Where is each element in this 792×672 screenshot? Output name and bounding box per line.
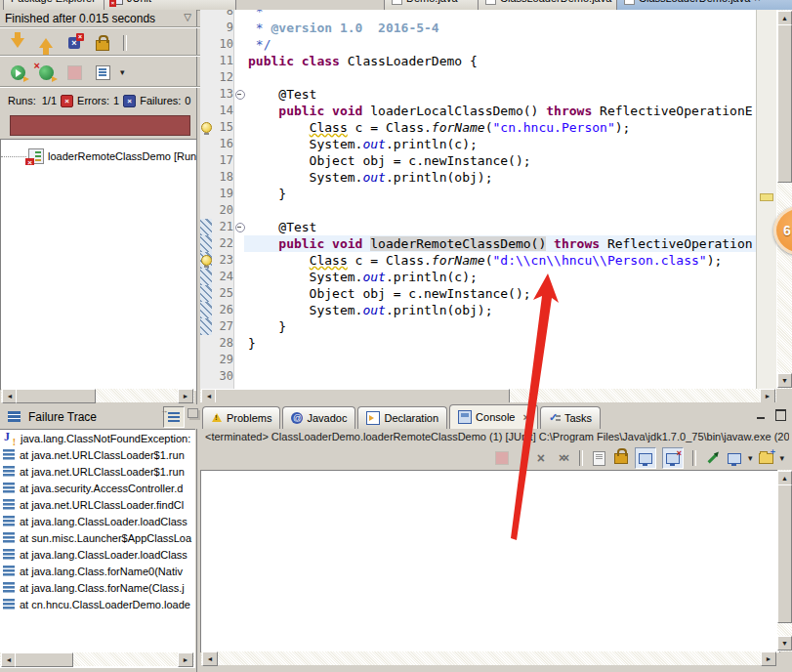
failure-trace-item[interactable]: at java.lang.ClassLoader.loadClass: [0, 513, 195, 529]
code-line[interactable]: 11public class ClassLoaderDemo {: [200, 53, 757, 69]
failure-trace-item[interactable]: at java.net.URLClassLoader$1.run: [0, 463, 195, 480]
stop-test-run-button[interactable]: [63, 62, 85, 83]
remove-launch-button[interactable]: ×: [533, 450, 549, 466]
failure-trace-item[interactable]: at java.net.URLClassLoader$1.run: [0, 446, 195, 463]
fold-collapse-icon[interactable]: [235, 90, 245, 100]
code-line[interactable]: 10 */: [200, 36, 757, 53]
dropdown-icon[interactable]: ▾: [779, 453, 784, 463]
scroll-right-button[interactable]: ►: [178, 389, 193, 403]
code-line[interactable]: 25 Object obj = c.newInstance();: [200, 285, 757, 302]
code-line[interactable]: 17 Object obj = c.newInstance();: [200, 152, 757, 169]
dropdown-icon[interactable]: ▾: [748, 453, 753, 463]
code-line[interactable]: 21 @Test: [200, 219, 757, 235]
scroll-right-button[interactable]: ►: [178, 652, 193, 667]
remove-all-terminated-button[interactable]: ××: [555, 450, 570, 466]
quickfix-lightbulb-icon[interactable]: [201, 122, 212, 133]
chevron-down-icon[interactable]: ▽: [184, 12, 191, 22]
code-line[interactable]: 20: [200, 202, 757, 219]
failure-trace-item[interactable]: at java.lang.Class.forName(Class.j: [0, 579, 195, 596]
minimize-button[interactable]: [753, 408, 769, 422]
failure-trace-list[interactable]: java.lang.ClassNotFoundException:at java…: [0, 429, 195, 668]
junit-tree-hscrollbar[interactable]: ◄ ►: [1, 389, 194, 402]
code-line[interactable]: 28}: [200, 335, 757, 352]
previous-failed-test-button[interactable]: [35, 32, 57, 54]
code-line[interactable]: 26 System.out.println(obj);: [200, 302, 757, 318]
code-line[interactable]: 27 }: [200, 318, 757, 335]
warning-marker[interactable]: [760, 193, 773, 201]
failure-trace-item[interactable]: java.lang.ClassNotFoundException:: [0, 430, 195, 446]
scroll-right-button[interactable]: ►: [760, 389, 775, 402]
java-code-editor[interactable]: 8 *9 * @version 1.0 2016-5-410 */11publi…: [200, 10, 792, 402]
code-line[interactable]: 14 public void loaderLocalClassDemo() th…: [200, 103, 757, 119]
failure-trace-item[interactable]: at java.net.URLClassLoader.findCl: [0, 496, 195, 513]
fold-collapse-icon[interactable]: [235, 223, 245, 232]
code-line[interactable]: 8 *: [200, 10, 757, 20]
code-line[interactable]: 16 System.out.println(c);: [200, 136, 757, 152]
code-line[interactable]: 18 System.out.println(obj);: [200, 169, 757, 186]
pin-console-button[interactable]: [705, 450, 721, 466]
code-line[interactable]: 24 System.out.println(c);: [200, 269, 757, 285]
annotation-column: [200, 219, 212, 235]
dropdown-icon[interactable]: ▾: [120, 67, 125, 77]
scroll-thumb[interactable]: [215, 389, 510, 402]
failure-trace-item[interactable]: at cn.hncu.ClassLoaderDemo.loade: [0, 596, 195, 612]
failure-trace-item[interactable]: at java.lang.ClassLoader.loadClass: [0, 546, 195, 563]
code-line[interactable]: 9 * @version 1.0 2016-5-4: [200, 20, 757, 36]
clear-console-button[interactable]: [592, 450, 607, 466]
console-tab-console[interactable]: Console×: [449, 404, 538, 429]
code-line[interactable]: 19 }: [200, 186, 757, 202]
scroll-up-button[interactable]: ▲: [777, 471, 792, 485]
terminate-button[interactable]: [494, 450, 510, 466]
scroll-thumb[interactable]: [16, 389, 96, 403]
scroll-up-button[interactable]: ▲: [777, 11, 792, 25]
junit-test-tree[interactable]: loaderRemoteClassDemo [Runn: [0, 139, 196, 391]
filter-stack-trace-button[interactable]: [163, 406, 185, 428]
close-icon[interactable]: ×: [754, 0, 760, 4]
code-line[interactable]: 23 Class c = Class.forName("d:\\cn\\hncu…: [200, 252, 757, 269]
code-line[interactable]: 30: [200, 368, 757, 385]
scroll-right-button[interactable]: ►: [761, 651, 776, 666]
editor-vscrollbar[interactable]: ▲ ▼: [777, 10, 792, 389]
code-line[interactable]: 29: [200, 352, 757, 368]
scroll-down-button[interactable]: ▼: [777, 373, 792, 388]
scroll-thumb[interactable]: [777, 484, 792, 623]
console-tab-declaration[interactable]: Declaration: [357, 406, 447, 429]
console-tab-javadoc[interactable]: @Javadoc: [282, 406, 355, 429]
show-console-on-output-button[interactable]: [635, 447, 656, 469]
failure-trace-item[interactable]: at sun.misc.Launcher$AppClassLoa: [0, 529, 195, 546]
console-output-area[interactable]: [200, 470, 780, 652]
failure-trace-item[interactable]: at java.security.AccessController.d: [0, 480, 195, 496]
open-console-button[interactable]: [758, 450, 773, 466]
rerun-failed-tests-button[interactable]: [35, 62, 57, 83]
code-line[interactable]: 15 Class c = Class.forName("cn.hncu.Pers…: [200, 119, 757, 136]
scroll-left-button[interactable]: ◄: [202, 651, 218, 666]
show-console-on-error-button[interactable]: [662, 447, 684, 469]
rerun-test-button[interactable]: [7, 62, 28, 83]
failures-only-icon: ×: [68, 37, 80, 49]
console-scroll-lock-button[interactable]: [613, 450, 629, 466]
quickfix-lightbulb-icon[interactable]: [201, 255, 212, 266]
console-tab-tasks[interactable]: Tasks: [540, 406, 601, 429]
code-line[interactable]: 13 @Test: [200, 86, 757, 103]
test-run-history-button[interactable]: [92, 62, 113, 83]
failure-trace-hscrollbar[interactable]: ◄ ►: [0, 652, 194, 666]
console-hscrollbar[interactable]: ◄ ►: [201, 651, 777, 665]
compare-result-button[interactable]: [188, 408, 198, 418]
show-failures-only-button[interactable]: ×: [63, 32, 85, 54]
next-failed-test-button[interactable]: [7, 32, 28, 54]
close-icon[interactable]: ×: [522, 411, 528, 423]
scroll-thumb[interactable]: [15, 652, 73, 667]
code-line[interactable]: 22 public void loaderRemoteClassDemo() t…: [200, 235, 757, 252]
overview-ruler[interactable]: [756, 10, 776, 389]
maximize-button[interactable]: [772, 408, 788, 422]
scroll-thumb[interactable]: [777, 24, 792, 183]
test-tree-item[interactable]: loaderRemoteClassDemo [Runn: [1, 147, 196, 165]
display-selected-console-button[interactable]: [727, 450, 742, 466]
scroll-lock-button[interactable]: [92, 32, 113, 54]
console-vscrollbar[interactable]: ▲ ▼: [777, 470, 792, 651]
console-tab-problems[interactable]: Problems: [202, 406, 280, 429]
code-line[interactable]: 12: [200, 69, 757, 86]
failure-trace-item[interactable]: at java.lang.Class.forName0(Nativ: [0, 563, 195, 579]
scroll-down-button[interactable]: ▼: [777, 636, 792, 651]
editor-hscrollbar[interactable]: ◄ ►: [200, 389, 776, 402]
